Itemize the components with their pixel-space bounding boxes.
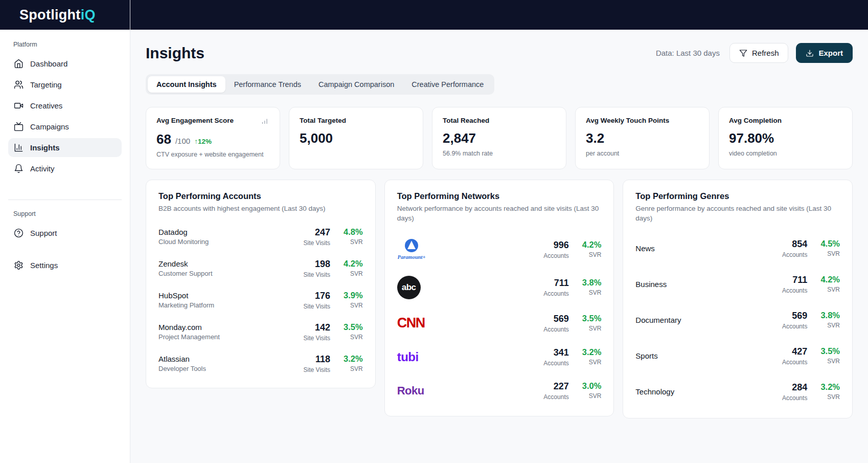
sidebar-item-targeting[interactable]: Targeting <box>8 75 122 94</box>
panel-subtitle: Genre performance by accounts reached an… <box>635 204 840 224</box>
site-visits-label: Site Visits <box>304 335 330 342</box>
export-button-label: Export <box>818 49 843 57</box>
site-visits-value: 247 <box>304 227 330 238</box>
sidebar-item-support[interactable]: Support <box>8 224 122 242</box>
svr-label: SVR <box>344 365 363 372</box>
sidebar: Platform Dashboard Targeting Creatives C… <box>0 30 130 463</box>
bell-icon <box>14 164 24 173</box>
stat-value: 5,000 <box>300 130 333 146</box>
sidebar-item-settings[interactable]: Settings <box>8 256 122 275</box>
genre-row-documentary: Documentary 569Accounts 3.8%SVR <box>635 302 840 338</box>
genre-name: Technology <box>635 387 674 396</box>
page-title: Insights <box>146 45 204 62</box>
stat-subtitle: CTV exposure + website engagement <box>156 151 269 158</box>
stat-card-touch-points: Avg Weekly Touch Points 3.2 per account <box>575 107 710 169</box>
sidebar-item-insights[interactable]: Insights <box>8 138 122 157</box>
svr-label: SVR <box>344 238 363 246</box>
account-name: Atlassian <box>158 355 206 363</box>
genre-name: Documentary <box>635 316 681 324</box>
stat-subtitle: 56.9% match rate <box>443 150 556 157</box>
tab-creative-performance[interactable]: Creative Performance <box>403 76 492 93</box>
site-visits-value: 142 <box>304 322 330 333</box>
site-visits-label: Site Visits <box>304 239 330 247</box>
help-circle-icon <box>14 228 24 238</box>
network-row-roku: Roku 227Accounts 3.0%SVR <box>397 374 602 408</box>
svr-label: SVR <box>820 358 840 365</box>
svr-value: 3.0% <box>582 381 602 391</box>
sidebar-item-label: Insights <box>30 143 60 152</box>
panel-top-genres: Top Performing Genres Genre performance … <box>623 180 853 418</box>
panel-subtitle: B2B accounts with highest engagement (La… <box>158 204 363 214</box>
account-category: Cloud Monitoring <box>158 238 209 246</box>
svr-value: 3.5% <box>582 314 602 323</box>
svr-label: SVR <box>820 393 840 401</box>
brand-name: Spotlight <box>19 7 81 23</box>
video-camera-icon <box>14 101 24 111</box>
accounts-label: Accounts <box>782 323 807 330</box>
svr-label: SVR <box>582 392 602 400</box>
sidebar-item-activity[interactable]: Activity <box>8 159 122 178</box>
account-row-zendesk: Zendesk Customer Support 198Site Visits … <box>158 253 363 284</box>
svr-value: 4.2% <box>582 240 602 250</box>
network-row-cnn: CNN 569Accounts 3.5%SVR <box>397 306 602 340</box>
accounts-label: Accounts <box>782 287 807 294</box>
stat-card-total-reached: Total Reached 2,847 56.9% match rate <box>432 107 566 169</box>
tab-account-insights[interactable]: Account Insights <box>148 76 225 93</box>
network-row-paramount: Paramount+ 996Accounts 4.2%SVR <box>397 231 602 269</box>
account-category: Developer Tools <box>158 365 206 372</box>
account-category: Project Management <box>158 333 220 341</box>
site-visits-label: Site Visits <box>304 366 330 373</box>
genre-row-business: Business 711Accounts 4.2%SVR <box>635 267 840 302</box>
svr-label: SVR <box>820 322 840 329</box>
genre-name: News <box>635 244 655 253</box>
sidebar-item-creatives[interactable]: Creatives <box>8 96 122 115</box>
svr-label: SVR <box>344 270 363 277</box>
refresh-button-label: Refresh <box>752 49 779 57</box>
accounts-value: 569 <box>782 311 807 321</box>
export-button[interactable]: Export <box>796 43 853 63</box>
account-name: Monday.com <box>158 323 220 332</box>
sidebar-item-dashboard[interactable]: Dashboard <box>8 54 122 73</box>
tv-icon <box>14 122 24 131</box>
genre-row-technology: Technology 284Accounts 3.2%SVR <box>635 374 840 410</box>
tubi-logo: tubi <box>397 350 419 364</box>
stat-value: 3.2 <box>586 130 604 146</box>
refresh-button[interactable]: Refresh <box>729 43 789 63</box>
tab-performance-trends[interactable]: Performance Trends <box>225 76 310 93</box>
svr-value: 3.2% <box>820 382 840 392</box>
main-content: Insights Data: Last 30 days Refresh Expo… <box>130 30 868 463</box>
stat-cards-row: Avg Engagement Score 68 /100 ↑12% CTV ex… <box>146 107 853 169</box>
accounts-label: Accounts <box>782 251 807 258</box>
site-visits-label: Site Visits <box>304 271 330 278</box>
accounts-label: Accounts <box>543 360 568 367</box>
sidebar-item-campaigns[interactable]: Campaigns <box>8 117 122 136</box>
svr-value: 4.2% <box>344 259 363 269</box>
svr-value: 3.8% <box>582 278 602 288</box>
users-icon <box>14 80 24 90</box>
svr-label: SVR <box>820 286 840 293</box>
stat-title: Avg Completion <box>729 117 782 124</box>
accounts-value: 427 <box>782 346 807 357</box>
account-row-hubspot: HubSpot Marketing Platform 176Site Visit… <box>158 284 363 316</box>
account-name: Datadog <box>158 228 209 236</box>
account-row-datadog: Datadog Cloud Monitoring 247Site Visits … <box>158 221 363 253</box>
sidebar-item-label: Support <box>30 229 57 237</box>
stat-value: 97.80% <box>729 130 774 146</box>
accounts-value: 227 <box>543 381 568 392</box>
genre-row-sports: Sports 427Accounts 3.5%SVR <box>635 338 840 374</box>
download-icon <box>806 49 814 57</box>
accounts-label: Accounts <box>782 359 807 366</box>
roku-logo: Roku <box>397 384 424 398</box>
tab-campaign-comparison[interactable]: Campaign Comparison <box>310 76 403 93</box>
panel-top-networks: Top Performing Networks Network performa… <box>384 180 614 416</box>
brand-logo: SpotlightiQ <box>0 0 130 30</box>
site-visits-value: 198 <box>304 259 330 270</box>
stat-value: 2,847 <box>443 130 476 146</box>
svr-value: 3.2% <box>344 354 363 364</box>
stat-title: Total Reached <box>443 117 489 124</box>
svg-text:Paramount+: Paramount+ <box>397 254 425 260</box>
accounts-label: Accounts <box>543 326 568 333</box>
svr-value: 3.5% <box>820 346 840 356</box>
svr-label: SVR <box>582 359 602 366</box>
panels-row: Top Performing Accounts B2B accounts wit… <box>146 180 853 418</box>
